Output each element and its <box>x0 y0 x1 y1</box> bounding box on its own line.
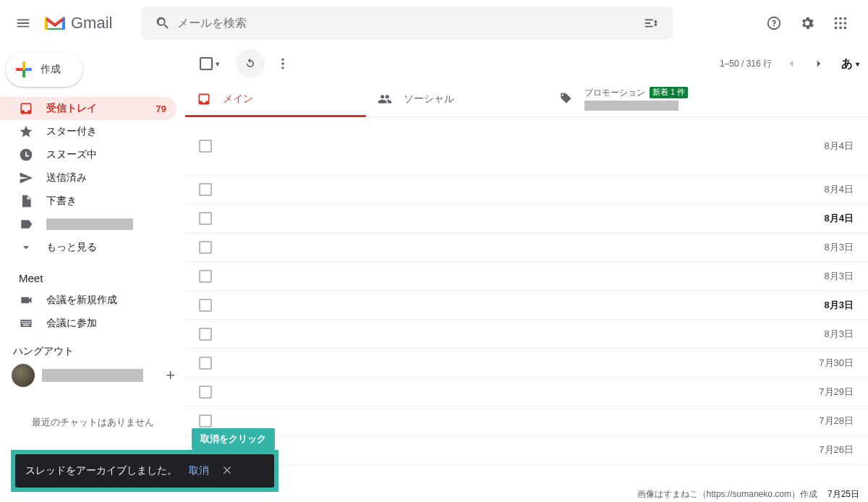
mail-date: 8月4日 <box>825 140 854 153</box>
tab-promotions[interactable]: プロモーション 新着 1 件 <box>547 81 728 116</box>
tab-label: ソーシャル <box>404 93 454 106</box>
avatar[interactable] <box>12 364 35 387</box>
meet-item-label: 会議を新規作成 <box>46 294 117 307</box>
mail-row[interactable]: 7月29日 <box>185 378 868 407</box>
hangout-header: ハングアウト <box>0 335 185 364</box>
settings-icon[interactable] <box>793 9 822 38</box>
redacted-label <box>46 218 133 230</box>
mail-date: 8月4日 <box>825 183 854 196</box>
mail-checkbox[interactable] <box>199 299 212 312</box>
mail-checkbox[interactable] <box>199 270 212 283</box>
mail-date: 8月3日 <box>825 241 854 254</box>
tab-label: プロモーション <box>584 88 645 98</box>
svg-point-4 <box>839 22 842 25</box>
mail-list: 8月4日8月4日8月4日8月3日8月3日8月3日8月3日7月30日7月29日7月… <box>185 117 868 464</box>
compose-label: 作成 <box>41 63 61 76</box>
mail-row[interactable]: 7月28日 <box>185 407 868 435</box>
sidebar-item-more[interactable]: もっと見る <box>0 236 176 259</box>
videocam-icon <box>19 293 33 307</box>
sidebar-item-snoozed[interactable]: スヌーズ中 <box>0 143 176 166</box>
clock-icon <box>19 148 33 162</box>
svg-point-1 <box>839 17 842 20</box>
mail-row[interactable]: 8月4日 <box>185 175 868 204</box>
sidebar-item-label-hidden[interactable] <box>0 213 176 236</box>
mail-row[interactable]: 8月3日 <box>185 233 868 262</box>
prev-page-button[interactable] <box>779 51 804 76</box>
mail-checkbox[interactable] <box>199 414 212 427</box>
mail-row[interactable]: 8月3日 <box>185 291 868 320</box>
search-bar[interactable] <box>141 7 673 40</box>
mail-checkbox[interactable] <box>199 212 212 225</box>
tab-label: メイン <box>223 93 253 106</box>
sidebar-item-inbox[interactable]: 受信トレイ 79 <box>0 97 176 120</box>
main-menu-button[interactable] <box>6 6 41 41</box>
search-input[interactable] <box>177 17 637 30</box>
refresh-button[interactable] <box>236 49 265 78</box>
mail-row[interactable]: 8月3日 <box>185 320 868 349</box>
select-all-checkbox[interactable]: ▾ <box>197 54 223 73</box>
undo-button[interactable]: 取消 <box>189 464 209 477</box>
svg-point-6 <box>835 27 838 30</box>
expand-icon <box>19 240 33 255</box>
star-icon <box>19 124 33 139</box>
sidebar-item-starred[interactable]: スター付き <box>0 120 176 143</box>
toast-message: スレッドをアーカイブしました。 <box>25 464 177 477</box>
compose-button[interactable]: 作成 <box>6 52 82 87</box>
gmail-logo[interactable]: Gmail <box>43 14 112 33</box>
mail-checkbox[interactable] <box>199 386 212 399</box>
keyboard-icon <box>19 316 33 331</box>
mail-date: 7月26日 <box>819 443 854 456</box>
app-header: Gmail <box>0 0 868 46</box>
toast-close-button[interactable] <box>221 464 234 479</box>
meet-new-meeting[interactable]: 会議を新規作成 <box>0 289 176 312</box>
tab-social[interactable]: ソーシャル <box>366 81 547 116</box>
next-page-button[interactable] <box>807 51 831 76</box>
apps-icon[interactable] <box>826 9 855 38</box>
search-options-icon[interactable] <box>637 15 665 31</box>
tab-primary[interactable]: メイン <box>185 81 366 116</box>
sidebar-item-label: 送信済み <box>46 171 87 184</box>
mail-row[interactable]: 8月4日 <box>185 117 868 175</box>
category-tabs: メイン ソーシャル プロモーション 新着 1 件 <box>185 81 868 117</box>
help-icon[interactable] <box>760 9 788 38</box>
sidebar-item-label: スヌーズ中 <box>46 148 97 161</box>
input-method-selector[interactable]: あ▾ <box>841 56 859 72</box>
file-icon <box>19 194 33 208</box>
search-icon[interactable] <box>148 15 177 31</box>
redacted-name <box>42 369 143 382</box>
inbox-count: 79 <box>156 103 166 114</box>
sidebar: 作成 受信トレイ 79 スター付き スヌーズ中 送信済み 下書き <box>0 46 185 502</box>
callout-hint: 取消をクリック <box>192 428 275 450</box>
sidebar-item-sent[interactable]: 送信済み <box>0 166 176 190</box>
mail-row[interactable]: 8月3日 <box>185 262 868 291</box>
meet-join-meeting[interactable]: 会議に参加 <box>0 312 176 335</box>
svg-point-8 <box>844 27 847 30</box>
new-chat-button[interactable]: + <box>166 366 175 385</box>
inbox-icon <box>197 92 211 106</box>
mail-date: 7月29日 <box>819 386 854 399</box>
mail-checkbox[interactable] <box>199 357 212 370</box>
mail-date: 8月4日 <box>825 212 854 225</box>
mail-checkbox[interactable] <box>199 140 212 153</box>
mail-date: 7月30日 <box>819 357 854 370</box>
mail-row[interactable]: 7月26日 <box>185 435 868 464</box>
mail-date: 7月28日 <box>819 414 854 427</box>
people-icon <box>378 92 392 106</box>
mail-date: 8月3日 <box>825 270 854 283</box>
mail-row[interactable]: 7月30日 <box>185 349 868 378</box>
hangout-account-row: + <box>0 364 185 387</box>
meet-item-label: 会議に参加 <box>46 317 97 330</box>
mail-row[interactable]: 8月4日 <box>185 204 868 233</box>
more-button[interactable] <box>272 56 294 71</box>
mail-checkbox[interactable] <box>199 328 212 341</box>
mail-checkbox[interactable] <box>199 241 212 254</box>
sidebar-item-label: 下書き <box>46 195 77 208</box>
mail-checkbox[interactable] <box>199 183 212 196</box>
header-actions <box>760 9 862 38</box>
sidebar-item-drafts[interactable]: 下書き <box>0 190 176 213</box>
pager-text: 1–50 / 316 行 <box>715 58 776 70</box>
svg-point-9 <box>281 59 284 61</box>
gmail-logo-text: Gmail <box>71 14 112 33</box>
sidebar-item-label: もっと見る <box>46 241 97 254</box>
inbox-icon <box>19 101 33 116</box>
